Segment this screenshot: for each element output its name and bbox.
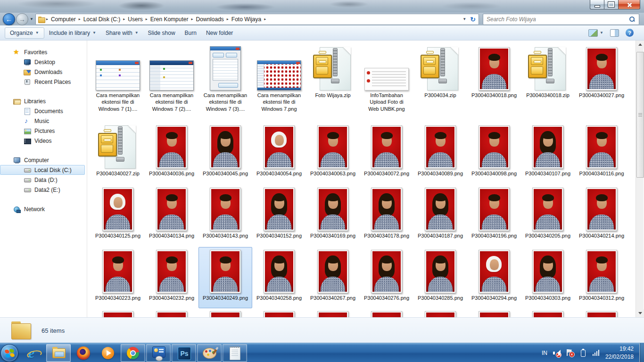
sidebar-item-desktop[interactable]: Desktop: [0, 57, 87, 67]
include-in-library-button[interactable]: Include in library▼: [44, 28, 101, 38]
network-signal-icon[interactable]: [592, 349, 600, 357]
breadcrumb-item[interactable]: Foto Wijaya: [229, 15, 264, 24]
file-tile[interactable]: P30040340018.png: [467, 44, 521, 123]
share-with-button[interactable]: Share with▼: [101, 28, 143, 38]
file-tile[interactable]: Cara menampilkan ekstensi file di Window…: [198, 44, 252, 123]
language-indicator[interactable]: IN: [542, 350, 547, 356]
title-bar[interactable]: [0, 0, 644, 13]
forward-button[interactable]: →: [16, 13, 28, 25]
file-tile[interactable]: P30040340196.png: [467, 185, 521, 247]
file-tile[interactable]: Foto Wijaya.zip: [306, 44, 360, 123]
address-dropdown-icon[interactable]: ▼: [460, 17, 469, 21]
sidebar-item-pictures[interactable]: Pictures: [0, 126, 87, 136]
sidebar-section-libraries[interactable]: Libraries: [0, 96, 87, 106]
file-tile[interactable]: P3004034.zip: [413, 44, 467, 123]
recent-pages-dropdown[interactable]: ▼: [30, 17, 33, 21]
taskbar-chrome-button[interactable]: [121, 344, 145, 362]
taskbar-media-player-button[interactable]: [96, 344, 120, 362]
file-tile[interactable]: P30040340267.png: [306, 247, 360, 308]
file-tile[interactable]: P30040340294.png: [467, 247, 521, 308]
breadcrumb-item[interactable]: Eren Komputer: [148, 15, 191, 24]
file-tile[interactable]: [360, 308, 413, 317]
file-tile[interactable]: P30040340098.png: [467, 123, 521, 185]
file-tile[interactable]: [91, 308, 145, 317]
sidebar-item-data-d-[interactable]: Data (D:): [0, 175, 87, 185]
file-tile[interactable]: P30040340303.png: [521, 247, 575, 308]
file-tile[interactable]: P30040340143.png: [198, 185, 252, 247]
search-input[interactable]: Search Foto Wijaya: [483, 14, 639, 25]
sidebar-section-favorites[interactable]: Favorites: [0, 47, 87, 57]
mute-speaker-icon[interactable]: [553, 349, 561, 357]
breadcrumb-item[interactable]: Downloads: [193, 15, 226, 24]
file-tile[interactable]: P30040340054.png: [252, 123, 306, 185]
file-tile[interactable]: [145, 308, 198, 317]
file-tile[interactable]: P30040340276.png: [360, 247, 413, 308]
preview-pane-button[interactable]: [610, 29, 619, 37]
file-tile[interactable]: [467, 308, 521, 317]
file-tile[interactable]: [575, 308, 628, 317]
file-tile[interactable]: P30040340116.png: [575, 123, 628, 185]
taskbar-notepad-button[interactable]: [223, 344, 247, 362]
file-tile[interactable]: P30040340178.png: [360, 185, 413, 247]
file-tile[interactable]: P30040340169.png: [306, 185, 360, 247]
file-tile[interactable]: P30040340187.png: [413, 185, 467, 247]
file-tile[interactable]: P30040340089.png: [413, 123, 467, 185]
scroll-down-button[interactable]: [636, 309, 644, 317]
file-tile[interactable]: P30040340018.zip: [521, 44, 575, 123]
organize-button[interactable]: Organize▼: [5, 27, 44, 39]
taskbar-internet-explorer-button[interactable]: e: [21, 344, 46, 362]
file-tile[interactable]: Cara menampilkan ekstensi file di Window…: [252, 44, 306, 123]
battery-icon[interactable]: [579, 349, 587, 357]
file-tile[interactable]: P30040340107.png: [521, 123, 575, 185]
minimize-button[interactable]: [590, 0, 604, 9]
sidebar-item-music[interactable]: Music: [0, 116, 87, 126]
file-tile[interactable]: [198, 308, 252, 317]
scroll-up-button[interactable]: [636, 41, 644, 49]
file-tile[interactable]: P30040340045.png: [198, 123, 252, 185]
breadcrumb-item[interactable]: Computer: [49, 15, 78, 24]
file-tile[interactable]: P30040340063.png: [306, 123, 360, 185]
sidebar-item-downloads[interactable]: Downloads: [0, 67, 87, 77]
sidebar-section-network[interactable]: Network: [0, 204, 87, 214]
sidebar-item-data2-e-[interactable]: Data2 (E:): [0, 185, 87, 195]
file-tile[interactable]: P30040340258.png: [252, 247, 306, 308]
clock[interactable]: 19:42 22/02/2018: [605, 345, 637, 360]
file-tile[interactable]: P30040340152.png: [252, 185, 306, 247]
taskbar-photoshop-button[interactable]: Ps: [172, 344, 196, 362]
file-tile[interactable]: [306, 308, 360, 317]
sidebar-item-videos[interactable]: Videos: [0, 136, 87, 146]
file-tile[interactable]: P30040340205.png: [521, 185, 575, 247]
action-center-flag-icon[interactable]: x: [566, 349, 574, 357]
file-tile[interactable]: P30040340134.png: [145, 185, 198, 247]
burn-button[interactable]: Burn: [180, 28, 201, 38]
restore-button[interactable]: [604, 0, 618, 9]
file-tile[interactable]: Cara menampilkan ekstensi file di Window…: [91, 44, 145, 123]
file-tile[interactable]: P30040340232.png: [145, 247, 198, 308]
new-folder-button[interactable]: New folder: [201, 28, 238, 38]
file-tile[interactable]: InfoTambahan Upload Foto di Web UNBK.png: [360, 44, 413, 123]
sidebar-item-recent-places[interactable]: Recent Places: [0, 77, 87, 87]
sidebar-item-local-disk-c-[interactable]: Local Disk (C:): [0, 165, 85, 175]
file-tile[interactable]: P30040340312.png: [575, 247, 628, 308]
slide-show-button[interactable]: Slide show: [143, 28, 180, 38]
address-bar[interactable]: ▸Computer▸Local Disk (C:)▸Users▸Eren Kom…: [35, 14, 479, 25]
file-tile[interactable]: P30040340027.zip: [91, 123, 145, 185]
help-button[interactable]: ?: [626, 29, 634, 37]
file-tile[interactable]: P30040340072.png: [360, 123, 413, 185]
file-tile[interactable]: P30040340036.png: [145, 123, 198, 185]
breadcrumb-item[interactable]: Users: [125, 15, 145, 24]
sidebar-item-documents[interactable]: Documents: [0, 106, 87, 116]
taskbar-control-app-button[interactable]: [146, 344, 171, 362]
close-button[interactable]: [618, 0, 640, 9]
file-tile[interactable]: Cara menampilkan ekstensi file di Window…: [145, 44, 198, 123]
taskbar-paint-button[interactable]: [197, 344, 222, 362]
change-view-button[interactable]: ▼: [588, 29, 603, 37]
taskbar-firefox-button[interactable]: [71, 344, 96, 362]
scrollbar-thumb[interactable]: [636, 52, 644, 178]
back-button[interactable]: ←: [3, 13, 15, 25]
file-tile[interactable]: P30040340285.png: [413, 247, 467, 308]
taskbar-windows-explorer-button[interactable]: [46, 344, 71, 362]
file-tile[interactable]: P30040340223.png: [91, 247, 145, 308]
file-tile[interactable]: P30040340249.png: [198, 247, 252, 308]
show-desktop-button[interactable]: [639, 343, 644, 362]
